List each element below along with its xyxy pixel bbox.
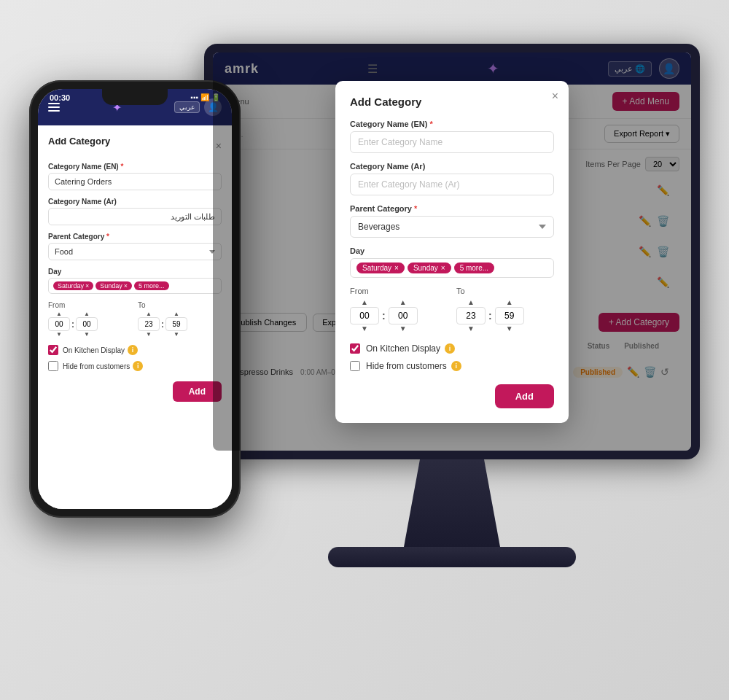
phone-name-ar-group: Category Name (Ar) [48, 198, 222, 225]
day-tag-sunday: Sunday × [408, 262, 451, 273]
monitor-screen-outer: amrk ☰ ✦ عربي 🌐 👤 / Menu + Add Menu Sta.… [204, 44, 700, 459]
modal-overlay: Add Category × Category Name (EN) * Cate… [213, 52, 691, 451]
to-hours-input[interactable] [456, 307, 486, 324]
phone-to-hours-input[interactable] [138, 317, 160, 331]
to-mins-down-btn[interactable]: ▼ [504, 324, 515, 333]
to-time-wrapper: ▲ ▼ : ▲ ▼ [456, 298, 554, 333]
phone-hide-customers-row: Hide from customers i [48, 361, 222, 371]
phone-name-en-group: Category Name (EN) * [48, 163, 222, 190]
phone-from-mins-input[interactable] [76, 317, 98, 331]
phone-to-mins-input[interactable] [165, 317, 187, 331]
phone-modal-area: Add Category × Category Name (EN) * Cate… [38, 125, 232, 509]
phone-device: 00:30 ▪▪▪ 📶 🔋 ✦ [29, 80, 241, 518]
time-row: From ▲ ▼ : ▲ [350, 287, 554, 333]
from-label: From [350, 287, 448, 295]
from-mins-input[interactable] [389, 307, 418, 324]
phone-from-hours-up[interactable]: ▲ [56, 311, 62, 317]
parent-category-group: Parent Category * Beverages [350, 204, 554, 238]
phone-kitchen-display-checkbox[interactable] [48, 345, 58, 355]
phone-lang-btn[interactable]: عربي [174, 101, 200, 113]
from-hours-down-btn[interactable]: ▼ [359, 324, 370, 333]
phone-from-group: From ▲ ▼ : ▲ [48, 301, 132, 338]
phone-kitchen-display-row: On Kitchen Display i [48, 345, 222, 355]
kitchen-info-icon: i [445, 343, 455, 354]
monitor-device: amrk ☰ ✦ عربي 🌐 👤 / Menu + Add Menu Sta.… [204, 44, 700, 642]
monitor-base [328, 547, 576, 567]
phone-to-mins-up[interactable]: ▲ [174, 311, 179, 317]
phone-from-hours-spin: ▲ ▼ [48, 311, 70, 338]
to-hours-down-btn[interactable]: ▼ [465, 324, 477, 333]
phone-name-en-label: Category Name (EN) * [48, 163, 222, 171]
checkboxes-area: On Kitchen Display i Hide from customers… [350, 343, 554, 371]
from-mins-up-btn[interactable]: ▲ [397, 298, 409, 307]
phone-kitchen-display-label: On Kitchen Display i [63, 345, 138, 355]
phone-time: 00:30 [50, 93, 70, 102]
phone-day-tag-more: 5 more... [134, 281, 169, 290]
phone-to-label: To [138, 301, 222, 309]
phone-from-hours-input[interactable] [48, 317, 70, 331]
to-label: To [456, 287, 554, 295]
from-group: From ▲ ▼ : ▲ [350, 287, 448, 333]
day-tags-container[interactable]: Saturday × Sunday × 5 more... [350, 258, 554, 278]
phone-from-mins-up[interactable]: ▲ [84, 311, 90, 317]
phone-day-group: Day Saturday × Sunday × 5 more... [48, 268, 222, 294]
phone-to-hours-down[interactable]: ▼ [146, 331, 152, 338]
parent-category-select[interactable]: Beverages [350, 216, 554, 238]
phone-to-group: To ▲ ▼ : ▲ [138, 301, 222, 338]
to-mins-spinner: ▲ ▼ [495, 298, 524, 333]
phone-kitchen-info-icon: i [128, 345, 138, 355]
hide-customers-row: Hide from customers i [350, 361, 554, 371]
phone-to-mins-down[interactable]: ▼ [174, 331, 179, 338]
monitor-screen: amrk ☰ ✦ عربي 🌐 👤 / Menu + Add Menu Sta.… [213, 52, 691, 451]
kitchen-display-checkbox[interactable] [350, 343, 360, 354]
phone-day-label: Day [48, 268, 222, 276]
phone-name-en-input[interactable] [48, 173, 222, 190]
from-mins-down-btn[interactable]: ▼ [397, 324, 409, 333]
to-hours-spinner: ▲ ▼ [456, 298, 486, 333]
phone-parent-select[interactable]: Food [48, 243, 222, 260]
phone-name-ar-input[interactable] [48, 208, 222, 225]
from-colon: : [382, 310, 386, 322]
hide-customers-info-icon: i [451, 361, 461, 371]
phone-from-mins-spin: ▲ ▼ [76, 311, 98, 338]
phone-time-row: From ▲ ▼ : ▲ [48, 301, 222, 338]
phone-to-hours-up[interactable]: ▲ [146, 311, 152, 317]
hamburger-icon[interactable] [48, 103, 60, 112]
to-mins-input[interactable] [495, 307, 524, 324]
phone-from-hours-down[interactable]: ▼ [56, 331, 62, 338]
phone-modal-title: Add Category [48, 136, 110, 147]
from-hours-input[interactable] [350, 307, 379, 324]
hide-customers-label: Hide from customers i [366, 361, 461, 371]
parent-category-label: Parent Category * [350, 204, 554, 213]
to-group: To ▲ ▼ : ▲ [456, 287, 554, 333]
hide-customers-checkbox[interactable] [350, 361, 360, 371]
phone-from-mins-down[interactable]: ▼ [84, 331, 90, 338]
name-ar-input[interactable] [350, 174, 554, 195]
from-hours-up-btn[interactable]: ▲ [359, 298, 370, 307]
phone-topbar-logo [48, 103, 60, 112]
modal-title: Add Category [350, 96, 554, 108]
phone-name-ar-label: Category Name (Ar) [48, 198, 222, 206]
name-en-group: Category Name (EN) * [350, 120, 554, 153]
phone-hide-customers-checkbox[interactable] [48, 361, 58, 371]
modal-close-button[interactable]: × [552, 90, 558, 103]
kitchen-display-row: On Kitchen Display i [350, 343, 554, 354]
to-colon: : [488, 310, 492, 322]
phone-day-tags-container[interactable]: Saturday × Sunday × 5 more... [48, 278, 222, 294]
phone-hide-info-icon: i [133, 361, 143, 371]
phone-notch [102, 89, 168, 105]
phone-parent-label: Parent Category * [48, 233, 222, 241]
add-category-modal: Add Category × Category Name (EN) * Cate… [335, 81, 569, 423]
from-hours-spinner: ▲ ▼ [350, 298, 379, 333]
phone-parent-group: Parent Category * Food [48, 233, 222, 260]
day-group: Day Saturday × Sunday × 5 more... [350, 246, 554, 278]
to-hours-up-btn[interactable]: ▲ [465, 298, 477, 307]
day-tag-saturday: Saturday × [356, 262, 405, 273]
name-ar-group: Category Name (Ar) [350, 162, 554, 195]
from-mins-spinner: ▲ ▼ [389, 298, 418, 333]
phone-to-hours-spin: ▲ ▼ [138, 311, 160, 338]
modal-add-button[interactable]: Add [495, 384, 554, 408]
name-en-input[interactable] [350, 131, 554, 153]
to-mins-up-btn[interactable]: ▲ [504, 298, 515, 307]
phone-day-tag-saturday: Saturday × [53, 281, 93, 290]
